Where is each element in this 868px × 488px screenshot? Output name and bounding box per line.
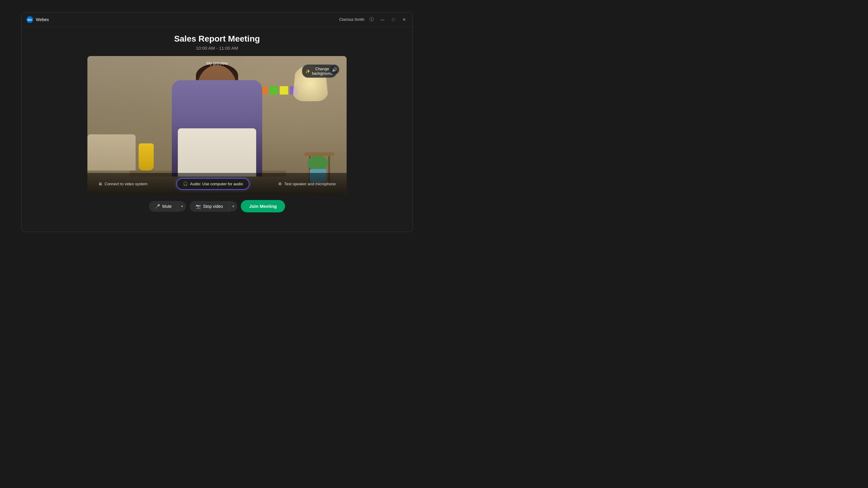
stop-video-button[interactable]: 📷 Stop video [190,201,229,212]
mute-caret-button[interactable]: ▾ [178,201,186,212]
app-name-label: Webex [36,17,49,22]
username-label: Clarissa Smith [339,17,364,22]
close-button[interactable]: ✕ [401,16,408,23]
camera-icon: 📷 [195,204,201,209]
bottom-controls: 🎤 Mute ▾ 📷 Stop video ▾ Join Meeting [149,200,285,213]
audio-button[interactable]: 🎧 Audio: Use computer for audio [176,178,250,190]
couch-decoration [87,134,135,170]
webex-logo-icon: wx [26,16,33,23]
maximize-button[interactable]: □ [390,16,397,23]
title-bar: wx Webex Clarissa Smith ⓘ — □ ✕ [22,12,412,27]
connect-video-system-button[interactable]: 🖥 Connect to video system [95,179,151,189]
app-window: wx Webex Clarissa Smith ⓘ — □ ✕ Sales Re… [21,12,413,232]
info-button[interactable]: ⓘ [368,16,375,23]
speaker-icon: 🔊 [332,67,337,72]
speaker-volume-button[interactable]: 🔊 [329,64,339,75]
svg-text:wx: wx [27,18,32,22]
plant-leaves [307,156,329,170]
sticky-yellow [280,86,288,95]
person-body [172,80,262,176]
minimize-button[interactable]: — [379,16,386,23]
video-preview: My preview ✨ Change background 🔊 🖥 C [87,56,347,195]
magic-wand-icon: ✨ [305,69,310,73]
gear-icon: ⚙ [278,182,282,186]
meeting-time: 10:00 AM - 11:00 AM [196,45,238,51]
stop-video-caret-button[interactable]: ▾ [229,201,237,212]
audio-label: Audio: Use computer for audio [190,182,243,186]
microphone-icon: 🎤 [155,204,160,209]
join-meeting-button[interactable]: Join Meeting [241,200,285,213]
test-speaker-label: Test speaker and microphone [284,182,336,186]
vase-decoration [138,143,154,170]
stop-video-label: Stop video [203,204,223,209]
person-preview [163,62,271,176]
person-shirt [178,128,256,176]
preview-label: My preview [207,61,228,66]
monitor-icon: 🖥 [98,182,102,186]
test-speaker-button[interactable]: ⚙ Test speaker and microphone [275,179,339,189]
connect-video-label: Connect to video system [104,182,147,186]
stop-video-control-group: 📷 Stop video ▾ [190,201,237,212]
main-content: Sales Report Meeting 10:00 AM - 11:00 AM [22,27,412,232]
video-preview-wrapper: My preview ✨ Change background 🔊 🖥 C [87,56,347,195]
mute-button[interactable]: 🎤 Mute [149,201,178,212]
title-bar-right: Clarissa Smith ⓘ — □ ✕ [339,16,408,23]
video-caret-icon: ▾ [232,204,234,208]
mute-label: Mute [162,204,172,209]
meeting-title: Sales Report Meeting [174,34,260,44]
mute-control-group: 🎤 Mute ▾ [149,201,186,212]
headset-icon: 🎧 [183,182,188,186]
mute-caret-icon: ▾ [181,204,183,208]
video-bottom-bar: 🖥 Connect to video system 🎧 Audio: Use c… [87,173,347,195]
title-bar-left: wx Webex [26,16,49,23]
